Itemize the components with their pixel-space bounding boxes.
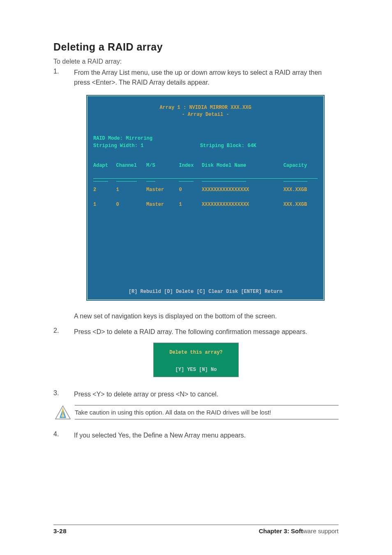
step-4: 4. If you selected Yes, the Define a New…: [53, 431, 339, 440]
step-2: 2. Press <D> to delete a RAID array. The…: [53, 327, 339, 337]
dialog-question: Delete this array?: [154, 343, 238, 363]
step-text: Press <Y> to delete array or press <N> t…: [74, 389, 339, 399]
delete-confirmation-dialog: Delete this array? [Y] YES [N] No: [153, 343, 239, 377]
row1-cap: XXX.XXGB: [284, 186, 318, 193]
caution-icon: [53, 405, 72, 420]
page-number: 3-28: [53, 527, 67, 534]
row2-adapt: 1: [93, 201, 116, 208]
col-index: Index: [179, 162, 202, 169]
row1-index: 0: [179, 186, 202, 193]
dialog-options: [Y] YES [N] No: [154, 363, 238, 377]
terminal-footer: [R] Rebuild [D] Delete [C] Clear Disk [E…: [88, 285, 323, 299]
step-text: From the Array List menu, use the up or …: [74, 68, 339, 88]
step-number: 1.: [53, 68, 74, 88]
striping-block: Striping Block: 64K: [200, 142, 256, 150]
col-disk: Disk Model Name: [202, 162, 284, 169]
array-title-line2: - Array Detail -: [93, 111, 318, 118]
raid-mode: RAID Mode: Mirroring: [93, 136, 152, 141]
caution-note: Take caution in using this option. All d…: [53, 405, 339, 420]
row2-channel: 0: [116, 201, 146, 208]
page-footer: 3-28 Chapter 3: Software support: [53, 525, 339, 534]
row2-cap: XXX.XXGB: [284, 201, 318, 208]
step-1: 1. From the Array List menu, use the up …: [53, 68, 339, 88]
chapter-label: Chapter 3: Software support: [259, 527, 339, 534]
row2-ms: Master: [146, 201, 179, 208]
col-channel: Channel: [116, 162, 146, 169]
array-title-line1: Array 1 : NVIDIA MIRROR XXX.XXG: [93, 104, 318, 111]
step-number: 2.: [53, 327, 74, 337]
step-text: A new set of navigation keys is displaye…: [74, 311, 339, 321]
step-3: 3. Press <Y> to delete array or press <N…: [53, 389, 339, 399]
row1-adapt: 2: [93, 186, 116, 193]
section-heading: Deleting a RAID array: [53, 41, 339, 53]
col-capacity: Capacity: [284, 162, 318, 169]
step-number: 4.: [53, 431, 74, 440]
row1-ms: Master: [146, 186, 179, 193]
step-text: Press <D> to delete a RAID array. The fo…: [74, 327, 339, 337]
intro-text: To delete a RAID array:: [53, 58, 339, 65]
step-1-continuation: A new set of navigation keys is displaye…: [53, 311, 339, 321]
striping-width: Striping Width: 1: [93, 142, 200, 150]
row1-disk: XXXXXXXXXXXXXXXX: [202, 186, 284, 193]
step-number: 3.: [53, 389, 74, 399]
col-adapt: Adapt: [93, 162, 116, 169]
row2-disk: XXXXXXXXXXXXXXXX: [202, 201, 284, 208]
caution-text: Take caution in using this option. All d…: [75, 405, 339, 419]
array-detail-screenshot: Array 1 : NVIDIA MIRROR XXX.XXG - Array …: [86, 95, 325, 301]
row1-channel: 1: [116, 186, 146, 193]
col-ms: M/S: [146, 162, 179, 169]
step-text: If you selected Yes, the Define a New Ar…: [74, 431, 339, 440]
row2-index: 1: [179, 201, 202, 208]
